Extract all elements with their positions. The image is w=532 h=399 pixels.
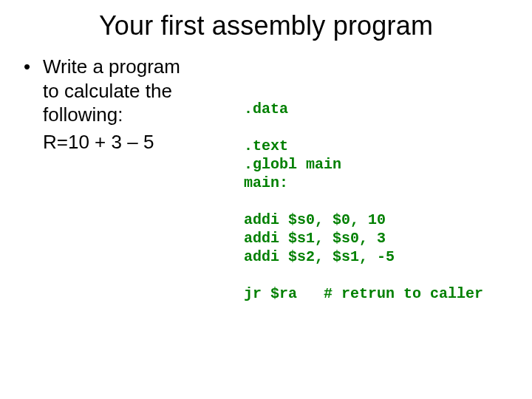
code-line: .data: [244, 100, 288, 117]
bullet-line: to calculate the: [43, 79, 244, 103]
left-column: • Write a program to calculate the follo…: [22, 55, 244, 321]
equation-line: R=10 + 3 – 5: [22, 130, 244, 154]
bullet-line: Write a program: [43, 55, 244, 79]
bullet-text: Write a program to calculate the followi…: [43, 55, 244, 127]
slide: Your first assembly program • Write a pr…: [0, 0, 532, 399]
slide-body: • Write a program to calculate the follo…: [0, 41, 532, 321]
code-line: jr $ra # retrun to caller: [244, 285, 483, 302]
code-block: .data .text .globl main main: addi $s0, …: [244, 55, 525, 321]
bullet-line: following:: [43, 103, 244, 127]
code-line: addi $s2, $s1, -5: [244, 248, 395, 265]
code-line: addi $s1, $s0, 3: [244, 230, 386, 247]
code-line: .globl main: [244, 156, 341, 173]
bullet-item: • Write a program to calculate the follo…: [22, 55, 244, 127]
code-line: main:: [244, 174, 288, 191]
code-line: .text: [244, 137, 288, 154]
code-line: addi $s0, $0, 10: [244, 211, 386, 228]
slide-title: Your first assembly program: [0, 0, 532, 41]
bullet-mark: •: [22, 55, 43, 127]
